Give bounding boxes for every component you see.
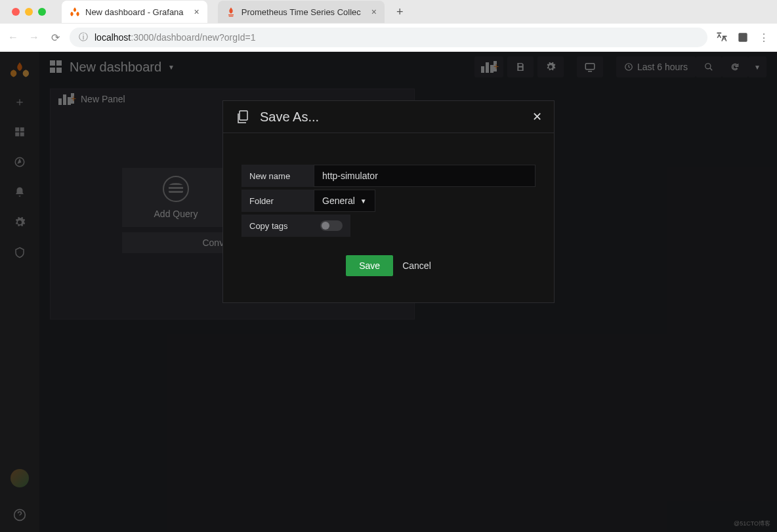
forward-icon[interactable]: →: [28, 31, 41, 43]
browser-chrome: New dashboard - Grafana × Prometheus Tim…: [0, 0, 777, 52]
browser-tab-active[interactable]: New dashboard - Grafana ×: [62, 1, 207, 23]
chevron-down-icon: ▼: [360, 197, 367, 205]
form-row-new-name: New name: [242, 165, 536, 187]
menu-icon[interactable]: ⋮: [757, 31, 770, 44]
tab-title: Prometheus Time Series Collec: [242, 7, 361, 17]
window-controls: [7, 8, 51, 16]
info-icon[interactable]: ⓘ: [79, 31, 88, 43]
grafana-app: ＋ New dashboard ▼: [0, 52, 777, 532]
close-icon[interactable]: ×: [371, 7, 377, 17]
grafana-favicon: [70, 7, 80, 17]
svg-rect-14: [240, 111, 247, 120]
toggle-knob: [322, 222, 329, 230]
browser-tab[interactable]: Prometheus Time Series Collec ×: [218, 1, 385, 23]
save-as-modal: Save As... ✕ New name Folder General ▼ C…: [222, 100, 555, 303]
folder-label: Folder: [242, 190, 314, 212]
folder-value: General: [322, 195, 355, 206]
prometheus-favicon: [226, 7, 236, 17]
window-minimize[interactable]: [25, 8, 33, 16]
tab-bar: New dashboard - Grafana × Prometheus Tim…: [0, 0, 777, 24]
modal-overlay[interactable]: Save As... ✕ New name Folder General ▼ C…: [0, 52, 777, 532]
new-tab-button[interactable]: +: [391, 5, 409, 19]
copy-icon: [235, 109, 251, 125]
url-host: localhost: [94, 32, 131, 43]
modal-body: New name Folder General ▼ Copy tags: [223, 133, 554, 302]
address-bar: ← → ⟳ ⓘ localhost:3000/dashboard/new?org…: [0, 24, 777, 51]
profile-icon[interactable]: [736, 31, 749, 44]
svg-rect-0: [738, 33, 747, 41]
save-button[interactable]: Save: [346, 255, 393, 276]
window-close[interactable]: [12, 8, 20, 16]
new-name-input[interactable]: [314, 165, 536, 187]
url-field[interactable]: ⓘ localhost:3000/dashboard/new?orgId=1: [70, 28, 707, 47]
toggle-track: [320, 220, 343, 231]
copy-tags-toggle[interactable]: [314, 215, 350, 237]
close-icon[interactable]: ×: [194, 7, 200, 17]
modal-title: Save As...: [260, 110, 319, 125]
copy-tags-label: Copy tags: [242, 215, 314, 237]
window-zoom[interactable]: [38, 8, 46, 16]
tab-title: New dashboard - Grafana: [85, 7, 184, 17]
url-path: :3000/dashboard/new?orgId=1: [131, 32, 255, 43]
close-icon[interactable]: ✕: [532, 110, 542, 124]
form-row-folder: Folder General ▼: [242, 190, 536, 212]
back-icon[interactable]: ←: [7, 31, 20, 43]
modal-actions: Save Cancel: [242, 239, 536, 295]
form-row-copy-tags: Copy tags: [242, 215, 536, 237]
folder-select[interactable]: General ▼: [314, 190, 375, 212]
modal-header: Save As... ✕: [223, 101, 554, 133]
cancel-button[interactable]: Cancel: [402, 255, 431, 276]
watermark: @51CTO博客: [734, 520, 770, 528]
reload-icon[interactable]: ⟳: [49, 31, 62, 44]
translate-icon[interactable]: [715, 31, 728, 44]
new-name-label: New name: [242, 165, 314, 187]
